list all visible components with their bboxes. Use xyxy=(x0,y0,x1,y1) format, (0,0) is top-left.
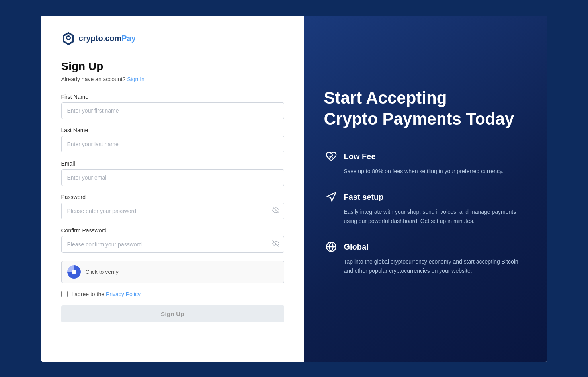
last-name-input[interactable] xyxy=(61,136,284,152)
verify-box[interactable]: Click to verify xyxy=(61,261,284,283)
feature-low-fee: Low Fee Save up to 80% on fees when sett… xyxy=(324,149,527,176)
password-eye-icon[interactable] xyxy=(272,207,279,215)
promo-title-line2: Crypto Payments Today xyxy=(324,109,514,128)
main-container: crypto.comPay Sign Up Already have an ac… xyxy=(41,16,547,362)
feature-fast-setup-header: Fast setup xyxy=(324,190,527,204)
agree-row: I agree to the Privacy Policy xyxy=(61,291,284,297)
already-account-label: Already have an account? xyxy=(61,76,126,82)
logo-text-crypto: crypto.com xyxy=(79,34,122,43)
agree-text-prefix: I agree to the xyxy=(72,291,105,297)
verify-spinner xyxy=(67,265,81,279)
promo-title: Start Accepting Crypto Payments Today xyxy=(324,88,527,129)
confirm-password-label: Confirm Password xyxy=(61,227,284,234)
global-icon xyxy=(324,240,338,254)
already-account-text: Already have an account? Sign In xyxy=(61,76,284,82)
email-group: Email xyxy=(61,160,284,186)
feature-global-title: Global xyxy=(344,242,369,252)
email-input[interactable] xyxy=(61,169,284,186)
first-name-input[interactable] xyxy=(61,102,284,119)
feature-global-desc: Tap into the global cryptocurrency econo… xyxy=(324,257,527,275)
logo-text-pay: Pay xyxy=(121,34,136,43)
feature-fast-setup: Fast setup Easily integrate with your sh… xyxy=(324,190,527,225)
sign-up-button[interactable]: Sign Up xyxy=(61,305,284,322)
left-panel: crypto.comPay Sign Up Already have an ac… xyxy=(41,16,304,362)
promo-title-line1: Start Accepting xyxy=(324,88,447,107)
feature-global: Global Tap into the global cryptocurrenc… xyxy=(324,240,527,275)
password-input[interactable] xyxy=(61,203,284,219)
password-input-wrapper xyxy=(61,203,284,219)
password-label: Password xyxy=(61,194,284,200)
logo-icon xyxy=(61,31,76,46)
right-panel: Start Accepting Crypto Payments Today Lo… xyxy=(304,16,547,362)
agree-checkbox[interactable] xyxy=(61,291,68,297)
confirm-password-input-wrapper xyxy=(61,236,284,253)
first-name-group: First Name xyxy=(61,94,284,119)
feature-global-header: Global xyxy=(324,240,527,254)
feature-low-fee-desc: Save up to 80% on fees when settling in … xyxy=(324,167,527,176)
last-name-group: Last Name xyxy=(61,127,284,152)
agree-text: I agree to the Privacy Policy xyxy=(72,291,141,297)
first-name-label: First Name xyxy=(61,94,284,100)
confirm-password-eye-icon[interactable] xyxy=(272,240,279,249)
page-title: Sign Up xyxy=(61,60,284,73)
fast-setup-icon xyxy=(324,190,338,204)
sign-in-link[interactable]: Sign In xyxy=(127,76,145,82)
low-fee-icon xyxy=(324,149,338,164)
feature-fast-setup-title: Fast setup xyxy=(344,193,384,202)
svg-marker-5 xyxy=(327,193,336,201)
logo-container: crypto.comPay xyxy=(61,31,284,46)
feature-fast-setup-desc: Easily integrate with your shop, send in… xyxy=(324,207,527,225)
verify-label: Click to verify xyxy=(86,269,119,275)
feature-low-fee-header: Low Fee xyxy=(324,149,527,164)
email-label: Email xyxy=(61,160,284,167)
confirm-password-input[interactable] xyxy=(61,236,284,253)
logo-brand-text: crypto.comPay xyxy=(79,34,136,43)
feature-low-fee-title: Low Fee xyxy=(344,152,376,161)
password-group: Password xyxy=(61,194,284,219)
last-name-label: Last Name xyxy=(61,127,284,133)
privacy-policy-link[interactable]: Privacy Policy xyxy=(106,291,141,297)
confirm-password-group: Confirm Password xyxy=(61,227,284,253)
